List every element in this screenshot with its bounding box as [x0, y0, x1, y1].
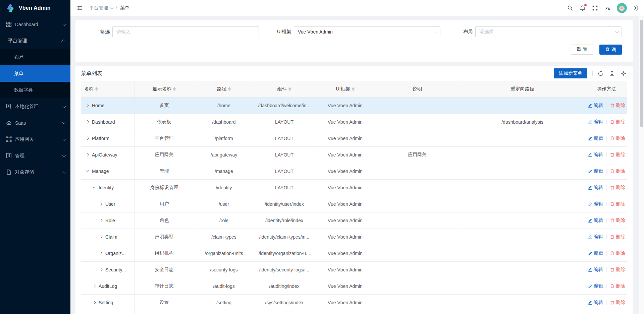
- delete-button[interactable]: 删除: [610, 185, 625, 191]
- edit-button[interactable]: 编辑: [588, 152, 603, 158]
- sort-carets-icon[interactable]: [288, 87, 291, 91]
- sidebar-item-manage[interactable]: 管理: [0, 147, 70, 164]
- sort-carets-icon[interactable]: [352, 87, 355, 91]
- keyword-input[interactable]: [112, 26, 259, 37]
- app-root: Vben Admin Dashboard 平台管理 布局 菜单: [0, 0, 644, 314]
- edit-button[interactable]: 编辑: [588, 300, 603, 306]
- expand-caret-icon[interactable]: [86, 120, 89, 124]
- table-row[interactable]: Platform平台管理/platformLAYOUTVue Vben Admi…: [81, 130, 627, 146]
- collapse-caret-icon[interactable]: [93, 185, 96, 189]
- table-row[interactable]: AuditLog审计日志/audit-logs/auditing/indexVu…: [81, 278, 627, 294]
- delete-label: 删除: [616, 234, 625, 240]
- edit-button[interactable]: 编辑: [588, 119, 603, 125]
- add-menu-button[interactable]: 添加新菜单: [554, 68, 587, 78]
- edit-button[interactable]: 编辑: [588, 103, 603, 109]
- table-row[interactable]: Setting设置/setting/sys/settings/indexVue …: [81, 294, 627, 311]
- table-row[interactable]: Dashboard仪表板/dashboardLAYOUTVue Vben Adm…: [81, 114, 627, 130]
- row-description: [376, 294, 459, 311]
- notification-bell-icon[interactable]: [580, 5, 586, 11]
- delete-button[interactable]: 删除: [610, 300, 625, 306]
- expand-caret-icon[interactable]: [99, 202, 103, 206]
- breadcrumb-current[interactable]: 菜单: [120, 5, 129, 11]
- expand-caret-icon[interactable]: [99, 268, 103, 271]
- row-path: /home: [194, 97, 254, 114]
- edit-button[interactable]: 编辑: [588, 234, 603, 240]
- search-icon[interactable]: [567, 5, 573, 11]
- row-redirect: [459, 261, 586, 278]
- table-row[interactable]: ApiGateway应用网关/api-gatewayLAYOUTVue Vben…: [81, 146, 627, 163]
- table-row[interactable]: User用户/user/identity/user/indexVue Vben …: [81, 196, 627, 212]
- edit-button[interactable]: 编辑: [588, 185, 603, 191]
- collapse-caret-icon[interactable]: [86, 169, 89, 172]
- row-name: Platform: [92, 136, 109, 141]
- row-framework: Vue Vben Admin: [315, 179, 376, 196]
- delete-button[interactable]: 删除: [610, 234, 625, 240]
- edit-button[interactable]: 编辑: [588, 283, 603, 289]
- table-row[interactable]: Manage管理/manageLAYOUTVue Vben Admin编辑删除: [81, 163, 627, 179]
- reset-button[interactable]: 重置: [571, 45, 593, 55]
- delete-button[interactable]: 删除: [610, 103, 625, 109]
- user-avatar[interactable]: [617, 3, 627, 13]
- page-scrollbar-thumb[interactable]: [640, 20, 643, 127]
- sidebar-item-layout[interactable]: 布局: [0, 49, 70, 65]
- expand-caret-icon[interactable]: [99, 219, 103, 222]
- expand-caret-icon[interactable]: [86, 137, 89, 140]
- edit-button[interactable]: 编辑: [588, 250, 603, 256]
- fullscreen-icon[interactable]: [592, 5, 598, 11]
- delete-button[interactable]: 删除: [610, 119, 625, 125]
- page-scrollbar-track[interactable]: [639, 16, 644, 314]
- row-path: /organization-units: [194, 245, 254, 261]
- sidebar-item-dashboard[interactable]: Dashboard: [0, 16, 70, 33]
- expand-caret-icon[interactable]: [93, 301, 96, 304]
- table-row[interactable]: Security...安全日志/security-logs/identity/s…: [81, 261, 627, 278]
- delete-button[interactable]: 删除: [610, 168, 625, 174]
- column-header-redirect: 重定向路径: [511, 86, 534, 92]
- sidebar-item-gateway[interactable]: 应用网关: [0, 131, 70, 147]
- edit-button[interactable]: 编辑: [588, 267, 603, 273]
- edit-button[interactable]: 编辑: [588, 217, 603, 224]
- sidebar-item-storage[interactable]: 对象存储: [0, 164, 70, 180]
- sidebar-item-platform[interactable]: 平台管理: [0, 33, 70, 49]
- delete-button[interactable]: 删除: [610, 250, 625, 256]
- translate-icon[interactable]: [604, 5, 610, 11]
- table-row[interactable]: Identity身份标识管理/identityLAYOUTVue Vben Ad…: [81, 179, 627, 196]
- filter-panel: 筛选 UI框架 Vue Vben Admin 布局 请选择: [75, 20, 633, 62]
- sidebar-item-saas[interactable]: Saas: [0, 115, 70, 131]
- breadcrumb-parent[interactable]: 平台管理: [89, 5, 113, 11]
- edit-button[interactable]: 编辑: [588, 201, 603, 207]
- delete-button[interactable]: 删除: [610, 135, 625, 141]
- table-row[interactable]: Home首页/home/dashboard/welcome/in...Vue V…: [81, 97, 627, 114]
- expand-caret-icon[interactable]: [93, 285, 96, 288]
- sort-carets-icon[interactable]: [228, 87, 231, 91]
- settings-gear-icon[interactable]: [633, 5, 639, 11]
- layout-select[interactable]: 请选择: [475, 26, 622, 37]
- app-logo[interactable]: Vben Admin: [0, 0, 70, 16]
- edit-button[interactable]: 编辑: [588, 135, 603, 141]
- delete-label: 删除: [616, 168, 625, 174]
- sidebar-item-menu[interactable]: 菜单: [0, 65, 70, 82]
- sidebar-item-dictionary[interactable]: 数据字典: [0, 82, 70, 98]
- expand-caret-icon[interactable]: [99, 235, 103, 239]
- table-title: 菜单列表: [81, 70, 102, 77]
- column-settings-icon[interactable]: [621, 71, 626, 76]
- row-height-icon[interactable]: [609, 71, 615, 76]
- delete-button[interactable]: 删除: [610, 267, 625, 273]
- table-row[interactable]: Role角色/role/identity/role/indexVue Vben …: [81, 212, 627, 229]
- expand-caret-icon[interactable]: [86, 153, 89, 156]
- table-row[interactable]: Organiz...组织机构/organization-units/identi…: [81, 245, 627, 261]
- edit-button[interactable]: 编辑: [588, 168, 603, 174]
- framework-select[interactable]: Vue Vben Admin: [294, 26, 440, 37]
- sort-carets-icon[interactable]: [173, 87, 176, 91]
- sidebar-item-localization[interactable]: 本地化管理: [0, 98, 70, 115]
- search-button[interactable]: 查询: [599, 45, 622, 55]
- sort-carets-icon[interactable]: [95, 87, 98, 91]
- sidebar-fold-icon[interactable]: [76, 5, 83, 11]
- delete-button[interactable]: 删除: [610, 201, 625, 207]
- expand-caret-icon[interactable]: [86, 104, 89, 107]
- refresh-icon[interactable]: [598, 71, 603, 76]
- expand-caret-icon[interactable]: [99, 252, 103, 255]
- delete-button[interactable]: 删除: [610, 283, 625, 289]
- delete-button[interactable]: 删除: [610, 217, 625, 224]
- table-row[interactable]: Claim声明类型/claim-types/identity/claim-typ…: [81, 229, 627, 245]
- delete-button[interactable]: 删除: [610, 152, 625, 158]
